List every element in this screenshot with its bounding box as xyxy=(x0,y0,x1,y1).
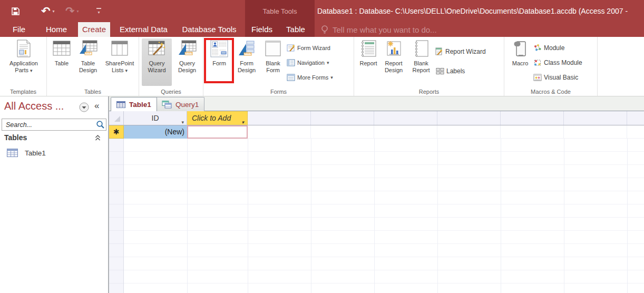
select-all-triangle-icon xyxy=(114,116,120,122)
tab-create[interactable]: Create xyxy=(78,22,110,37)
search-input[interactable] xyxy=(2,119,106,131)
sidebar-search xyxy=(2,119,106,131)
sidebar-section-tables[interactable]: Tables xyxy=(4,133,27,142)
tab-database-tools[interactable]: Database Tools xyxy=(180,22,238,37)
visual-basic-button[interactable]: Visual Basic xyxy=(533,73,578,82)
blank-report-label-1: Blank xyxy=(414,60,428,66)
form-design-button[interactable]: Form Design xyxy=(233,38,260,86)
query-design-button[interactable]: Query Design xyxy=(172,38,202,86)
module-label: Module xyxy=(544,44,564,52)
form-icon xyxy=(210,38,228,58)
column-header-id[interactable]: ID ▾ xyxy=(124,111,187,125)
visual-basic-icon xyxy=(533,73,542,82)
class-module-button[interactable]: Class Module xyxy=(533,58,582,67)
redo-icon: ↷ xyxy=(65,0,75,22)
navigation-pane-title: All Access ... xyxy=(4,100,64,112)
gridline xyxy=(437,139,438,293)
group-label-forms: Forms xyxy=(203,89,354,95)
tab-table[interactable]: Table xyxy=(282,22,309,37)
empty-grid xyxy=(109,139,644,293)
form-design-icon xyxy=(238,38,256,58)
ribbon-group-templates: Application Parts ▾ Templates xyxy=(0,37,47,96)
sharepoint-lists-label-2: Lists xyxy=(112,67,124,73)
group-label-tables: Tables xyxy=(47,89,139,95)
module-button[interactable]: Module xyxy=(533,43,564,53)
form-wizard-button[interactable]: Form Wizard xyxy=(287,43,330,53)
customize-qat-button[interactable]: ▾ xyxy=(96,0,101,22)
form-button[interactable]: Form xyxy=(206,38,233,86)
more-forms-button[interactable]: More Forms ▾ xyxy=(287,73,333,82)
form-design-label-1: Form xyxy=(240,60,253,66)
document-tab-bar: Table1 Query1 xyxy=(109,96,644,111)
query-wizard-button[interactable]: Query Wizard xyxy=(142,38,172,86)
labels-button[interactable]: Labels xyxy=(436,66,465,76)
select-all-cell[interactable] xyxy=(109,111,124,125)
ribbon-tab-row: File Home Create External Data Database … xyxy=(0,22,644,37)
report-button[interactable]: Report xyxy=(357,38,380,86)
table-button[interactable]: Table xyxy=(50,38,73,86)
form-design-label-2: Design xyxy=(238,67,256,73)
header-filler xyxy=(248,111,644,125)
report-wizard-button[interactable]: Report Wizard xyxy=(435,47,486,56)
datasheet-header-row: ID ▾ Click to Add ▾ xyxy=(109,111,644,125)
tell-me-box[interactable]: Tell me what you want to do... xyxy=(320,22,437,37)
ribbon-group-queries: Query Wizard Query Design Queries xyxy=(139,37,203,96)
navigation-button[interactable]: Navigation ▾ xyxy=(287,58,329,67)
blank-report-icon xyxy=(413,38,430,58)
tab-home[interactable]: Home xyxy=(43,22,70,37)
document-tab-query1[interactable]: Query1 xyxy=(156,97,204,111)
gridline xyxy=(627,139,628,293)
undo-button[interactable]: ↶ ▾ xyxy=(41,0,55,22)
blank-report-button[interactable]: Blank Report xyxy=(407,38,435,86)
active-cell[interactable] xyxy=(187,125,248,139)
new-record-id-cell[interactable]: (New) xyxy=(124,125,187,139)
application-parts-icon xyxy=(16,38,31,58)
new-record-selector[interactable]: ✱ xyxy=(109,125,124,139)
customize-qat-icon xyxy=(96,8,101,9)
navigation-filter-button[interactable] xyxy=(79,102,89,112)
macro-button[interactable]: Macro xyxy=(508,38,533,86)
tab-fields[interactable]: Fields xyxy=(249,22,275,37)
document-tab-table1[interactable]: Table1 xyxy=(111,97,157,111)
sharepoint-lists-button[interactable]: SharePoint Lists ▾ xyxy=(103,38,136,86)
report-design-button[interactable]: Report Design xyxy=(379,38,408,86)
query-wizard-icon xyxy=(148,38,166,58)
table-label: Table xyxy=(55,60,69,66)
tab-file[interactable]: File xyxy=(7,22,31,37)
application-parts-button[interactable]: Application Parts ▾ xyxy=(4,38,44,86)
sidebar-item-table1[interactable]: Table1 xyxy=(0,147,108,159)
sharepoint-lists-icon xyxy=(111,38,128,58)
tab-external-data[interactable]: External Data xyxy=(119,22,169,37)
report-wizard-label: Report Wizard xyxy=(445,48,486,55)
navigation-pane: All Access ... « Tables Table1 xyxy=(0,96,109,293)
table-design-icon xyxy=(79,38,97,58)
query-design-icon xyxy=(178,38,197,58)
access-window: ↶ ▾ ↷ ▾ ▾ Table Tools Database1 : Databa… xyxy=(0,0,644,293)
class-module-label: Class Module xyxy=(544,59,582,66)
application-parts-label-2: Parts xyxy=(15,67,28,73)
blank-form-icon xyxy=(265,38,281,58)
form-wizard-icon xyxy=(287,44,295,52)
sharepoint-lists-caret-icon: ▾ xyxy=(125,68,128,73)
gridline xyxy=(501,139,501,293)
new-record-marker-icon: ✱ xyxy=(113,128,120,136)
document-tab-label: Query1 xyxy=(175,101,199,109)
report-design-label-1: Report xyxy=(385,60,402,66)
redo-button[interactable]: ↷ ▾ xyxy=(65,0,79,22)
gridline xyxy=(374,139,375,293)
collapse-pane-button[interactable]: « xyxy=(94,101,99,111)
table-tab-icon xyxy=(116,101,125,108)
blank-form-button[interactable]: Blank Form xyxy=(260,38,286,86)
table-design-button[interactable]: Table Design xyxy=(74,38,102,86)
collapse-section-icon[interactable] xyxy=(94,134,101,141)
macro-icon xyxy=(511,38,529,58)
table-object-icon xyxy=(7,149,18,157)
query-tab-icon xyxy=(162,101,172,109)
workspace: All Access ... « Tables Table1 xyxy=(0,96,644,293)
report-icon xyxy=(360,38,377,58)
document-tab-label: Table1 xyxy=(129,101,151,109)
column-header-click-to-add[interactable]: Click to Add ▾ xyxy=(187,111,248,125)
search-icon[interactable] xyxy=(96,120,105,129)
ribbon-group-forms: Form Form Design Blank Form For xyxy=(203,37,354,96)
save-button[interactable] xyxy=(11,0,20,22)
